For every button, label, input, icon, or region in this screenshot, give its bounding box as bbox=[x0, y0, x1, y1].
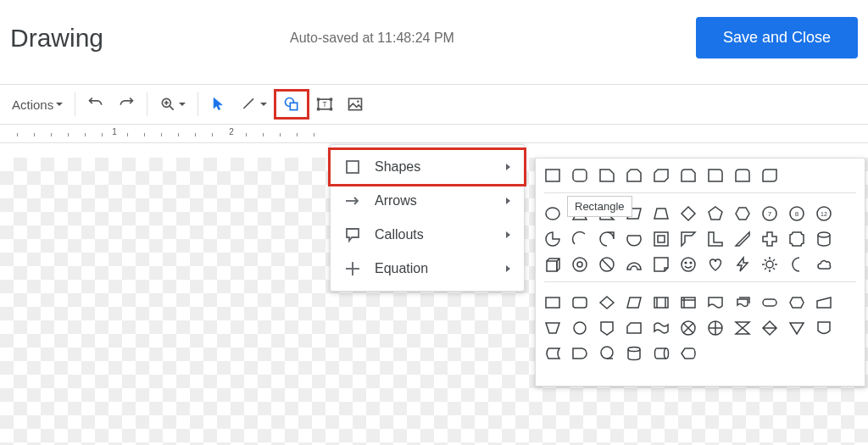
shape-round-diagonal[interactable] bbox=[761, 167, 778, 184]
svg-point-33 bbox=[577, 262, 582, 267]
shape-lightning[interactable] bbox=[734, 256, 751, 273]
shape-card[interactable] bbox=[626, 320, 643, 337]
shape-heptagon[interactable]: 7 bbox=[761, 205, 778, 222]
callouts-icon bbox=[344, 226, 361, 243]
separator bbox=[198, 92, 198, 116]
shape-cloud[interactable] bbox=[815, 256, 832, 273]
menu-item-shapes[interactable]: Shapes bbox=[328, 147, 526, 186]
svg-rect-15 bbox=[347, 161, 359, 173]
shape-round-same-side[interactable] bbox=[734, 167, 751, 184]
shape-tool-button[interactable] bbox=[276, 92, 307, 117]
svg-point-66 bbox=[628, 348, 640, 352]
zoom-button[interactable] bbox=[153, 92, 192, 117]
shape-sun[interactable] bbox=[761, 256, 778, 273]
shape-l-shape[interactable] bbox=[707, 231, 724, 248]
shape-alt-process[interactable] bbox=[571, 294, 588, 311]
svg-point-14 bbox=[357, 100, 359, 103]
svg-rect-56 bbox=[763, 299, 776, 306]
shape-snip-diagonal[interactable] bbox=[653, 167, 670, 184]
shape-predefined[interactable] bbox=[653, 294, 670, 311]
shape-preparation[interactable] bbox=[788, 294, 805, 311]
shape-manual-op[interactable] bbox=[544, 320, 561, 337]
shape-document[interactable] bbox=[707, 294, 724, 311]
shape-cube[interactable] bbox=[544, 256, 561, 273]
shapes-row bbox=[544, 256, 856, 273]
shape-dodecagon[interactable]: 12 bbox=[815, 205, 832, 222]
shape-multidocument[interactable] bbox=[734, 294, 751, 311]
shape-terminator[interactable] bbox=[761, 294, 778, 311]
line-tool-button[interactable] bbox=[234, 92, 274, 117]
menu-item-callouts[interactable]: Callouts bbox=[331, 218, 524, 252]
shape-direct-access[interactable] bbox=[653, 345, 670, 362]
shape-collate[interactable] bbox=[734, 320, 751, 337]
shape-half-frame[interactable] bbox=[680, 231, 697, 248]
shape-merge[interactable] bbox=[815, 320, 832, 337]
shape-diamond[interactable] bbox=[680, 205, 697, 222]
shape-no-symbol[interactable] bbox=[598, 256, 615, 273]
shape-delay[interactable] bbox=[571, 345, 588, 362]
shape-magnetic-disk[interactable] bbox=[626, 345, 643, 362]
shape-snip-same-side[interactable] bbox=[626, 167, 643, 184]
svg-point-30 bbox=[818, 232, 830, 237]
shape-internal-storage[interactable] bbox=[680, 294, 697, 311]
shape-smiley[interactable] bbox=[680, 256, 697, 273]
menu-item-label: Shapes bbox=[375, 159, 420, 175]
shape-summing[interactable] bbox=[680, 320, 697, 337]
shape-punched-tape[interactable] bbox=[653, 320, 670, 337]
shape-extract[interactable] bbox=[788, 320, 805, 337]
shape-stored-data[interactable] bbox=[544, 345, 561, 362]
zoom-icon bbox=[159, 96, 176, 113]
shape-cross[interactable] bbox=[761, 231, 778, 248]
shape-off-page[interactable] bbox=[598, 320, 615, 337]
shape-snip-round-corner[interactable] bbox=[680, 167, 697, 184]
shape-display[interactable] bbox=[680, 345, 697, 362]
shape-data[interactable] bbox=[626, 294, 643, 311]
menu-item-equation[interactable]: Equation bbox=[331, 252, 524, 286]
shape-pie[interactable] bbox=[544, 231, 561, 248]
select-tool-button[interactable] bbox=[203, 92, 234, 117]
shape-pentagon[interactable] bbox=[707, 205, 724, 222]
shape-seq-access[interactable] bbox=[598, 345, 615, 362]
save-and-close-button[interactable]: Save and Close bbox=[696, 17, 858, 58]
shape-decision[interactable] bbox=[598, 294, 615, 311]
svg-line-47 bbox=[765, 268, 766, 270]
shape-connector[interactable] bbox=[571, 320, 588, 337]
shape-or[interactable] bbox=[707, 320, 724, 337]
menu-item-arrows[interactable]: Arrows bbox=[331, 184, 524, 218]
shape-round-single-corner[interactable] bbox=[707, 167, 724, 184]
shape-trapezoid[interactable] bbox=[653, 205, 670, 222]
shape-frame[interactable] bbox=[653, 231, 670, 248]
shape-arc[interactable] bbox=[571, 231, 588, 248]
shape-octagon[interactable]: 8 bbox=[788, 205, 805, 222]
shape-rounded-rectangle[interactable] bbox=[571, 167, 588, 184]
shapes-row bbox=[544, 231, 856, 248]
shape-teardrop[interactable] bbox=[598, 231, 615, 248]
shape-can[interactable] bbox=[815, 231, 832, 248]
shape-process[interactable] bbox=[544, 294, 561, 311]
shape-moon[interactable] bbox=[788, 256, 805, 273]
svg-line-45 bbox=[773, 268, 775, 270]
shape-diagonal-stripe[interactable] bbox=[734, 231, 751, 248]
shapes-icon bbox=[344, 159, 361, 175]
svg-rect-20 bbox=[573, 170, 587, 181]
shape-block-arc[interactable] bbox=[626, 256, 643, 273]
shape-donut[interactable] bbox=[571, 256, 588, 273]
svg-line-1 bbox=[170, 106, 174, 110]
shape-heart[interactable] bbox=[707, 256, 724, 273]
shape-rectangle[interactable] bbox=[544, 167, 561, 184]
shape-hexagon[interactable] bbox=[734, 205, 751, 222]
shape-folded-corner[interactable] bbox=[653, 256, 670, 273]
svg-line-46 bbox=[773, 259, 775, 261]
undo-button[interactable] bbox=[81, 92, 111, 117]
image-tool-button[interactable] bbox=[340, 92, 370, 117]
textbox-tool-button[interactable]: T bbox=[309, 92, 340, 117]
shape-chord[interactable] bbox=[626, 231, 643, 248]
shape-plaque[interactable] bbox=[788, 231, 805, 248]
svg-point-39 bbox=[766, 261, 773, 268]
shape-ellipse[interactable] bbox=[544, 205, 561, 222]
shape-manual-input[interactable] bbox=[815, 294, 832, 311]
shape-snip-corner[interactable] bbox=[598, 167, 615, 184]
actions-menu-button[interactable]: Actions bbox=[5, 93, 70, 116]
shape-sort[interactable] bbox=[761, 320, 778, 337]
redo-button[interactable] bbox=[111, 92, 142, 117]
